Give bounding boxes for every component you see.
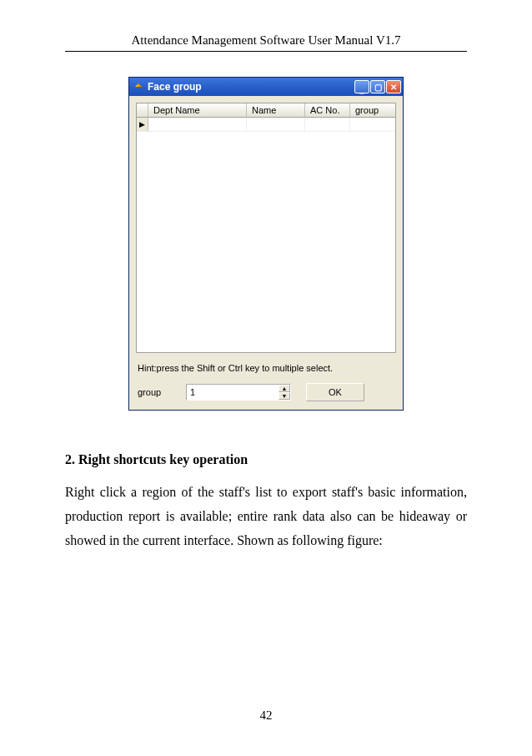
column-header-name[interactable]: Name	[247, 103, 305, 118]
document-header: Attendance Management Software User Manu…	[65, 33, 467, 48]
group-label: group	[138, 387, 179, 397]
grid-row[interactable]: ▶	[137, 118, 395, 132]
column-header-acno[interactable]: AC No.	[305, 103, 350, 118]
ok-button[interactable]: OK	[306, 383, 364, 401]
group-input[interactable]	[187, 385, 279, 400]
window-title: Face group	[148, 81, 354, 93]
row-marker-icon: ▶	[137, 118, 148, 131]
group-spinner[interactable]: ▲ ▼	[186, 384, 291, 401]
cell-group	[350, 118, 395, 131]
minimize-button[interactable]: _	[354, 80, 369, 93]
titlebar[interactable]: Face group _ ▢ ✕	[129, 78, 403, 96]
window-controls: _ ▢ ✕	[354, 80, 401, 93]
data-grid[interactable]: Dept Name Name AC No. group ▶	[136, 103, 396, 353]
spin-up-icon[interactable]: ▲	[279, 385, 290, 392]
header-rule	[65, 51, 467, 52]
app-icon	[133, 81, 144, 93]
maximize-button[interactable]: ▢	[370, 80, 385, 93]
hint-text: Hint:press the Shift or Ctrl key to mult…	[138, 363, 394, 373]
page-number: 42	[0, 708, 532, 723]
body-paragraph: Right click a region of the staff's list…	[65, 481, 467, 552]
grid-header-marker[interactable]	[137, 103, 148, 118]
column-header-group[interactable]: group	[350, 103, 395, 118]
cell-acno	[305, 118, 350, 131]
window-client-area: Dept Name Name AC No. group ▶ Hint:press…	[129, 96, 403, 410]
spin-down-icon[interactable]: ▼	[279, 392, 290, 400]
column-header-dept[interactable]: Dept Name	[148, 103, 247, 118]
bottom-controls: group ▲ ▼ OK	[136, 381, 396, 403]
cell-name	[247, 118, 305, 131]
face-group-window: Face group _ ▢ ✕ Dept Name Name AC No. g…	[128, 77, 404, 411]
close-button[interactable]: ✕	[386, 80, 401, 93]
grid-header[interactable]: Dept Name Name AC No. group	[137, 103, 395, 118]
section-heading: 2. Right shortcuts key operation	[65, 452, 467, 467]
cell-dept	[148, 118, 247, 131]
